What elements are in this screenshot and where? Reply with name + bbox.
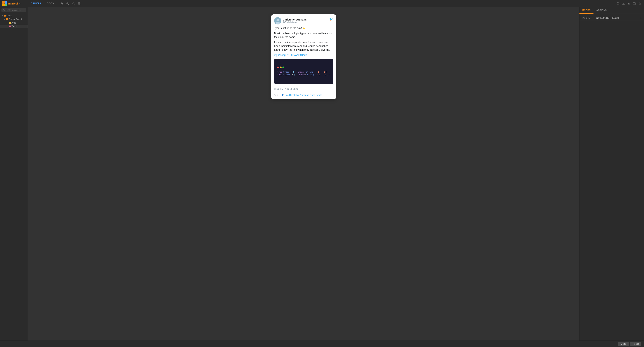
sidebar-item-label: Amp bbox=[12, 22, 26, 24]
logo-area: marfeel ··· bbox=[0, 1, 28, 6]
nav-tab-canvas[interactable]: CANVAS bbox=[28, 0, 44, 7]
nav-tabs: CANVAS DOCS bbox=[28, 0, 57, 7]
nav-tab-docs[interactable]: DOCS bbox=[44, 0, 57, 7]
svg-rect-14 bbox=[79, 2, 80, 4]
sidebar-tree: ▼ index ▼ Embed Tweet Amp Touch bbox=[0, 13, 28, 340]
logo-text: marfeel bbox=[8, 2, 18, 5]
tweet-author-handle: @ChrisArtmann bbox=[283, 21, 307, 24]
info-icon[interactable]: ⓘ bbox=[331, 88, 333, 90]
right-icons bbox=[614, 2, 644, 6]
sidebar-item-index[interactable]: ▼ index bbox=[0, 14, 28, 18]
knob-row-tweet-id: Tweet ID ✏ bbox=[580, 15, 644, 21]
knob-input-tweet-id[interactable] bbox=[596, 17, 640, 19]
sidebar-item-touch[interactable]: Touch bbox=[0, 25, 28, 28]
code-keyword-2: type bbox=[278, 74, 283, 76]
tweet-text-line2: Don't combine multiple types into ones j… bbox=[274, 32, 333, 39]
person-icon: 👤 bbox=[281, 94, 284, 96]
svg-point-19 bbox=[639, 3, 640, 4]
dot-green bbox=[282, 66, 284, 68]
sidebar: ▼ index ▼ Embed Tweet Amp Touch bbox=[0, 7, 28, 340]
code-keyword: type bbox=[278, 71, 283, 73]
arrow-icon: ▼ bbox=[2, 15, 3, 17]
svg-rect-17 bbox=[633, 2, 635, 5]
panel-tab-actions[interactable]: ACTIONS bbox=[594, 7, 610, 14]
sidebar-item-label: Embed Tweet bbox=[9, 18, 26, 20]
download-icon[interactable] bbox=[627, 2, 631, 6]
svg-line-9 bbox=[68, 4, 69, 5]
tweet-user-info: Christoffer Artmann @ChrisArtmann bbox=[283, 18, 307, 24]
sidebar-item-amp[interactable]: Amp bbox=[0, 21, 28, 25]
logo-menu-dots[interactable]: ··· bbox=[19, 2, 21, 5]
zoom-in-icon[interactable] bbox=[60, 2, 64, 6]
other-tweets-link[interactable]: See Christoffer Artmann's other Tweets bbox=[285, 94, 322, 96]
tweet-footer: ♡ 2 👤 See Christoffer Artmann's other Tw… bbox=[274, 92, 333, 96]
arrow-icon: ▼ bbox=[4, 18, 6, 20]
tweet-user-link: 👤 See Christoffer Artmann's other Tweets bbox=[281, 94, 322, 96]
panel-content: Tweet ID ✏ bbox=[580, 14, 644, 340]
dot-red bbox=[277, 66, 279, 68]
svg-rect-3 bbox=[2, 1, 5, 4]
grid-icon[interactable] bbox=[77, 2, 81, 6]
marfeel-logo bbox=[2, 1, 7, 6]
tweet-likes: ♡ 2 bbox=[274, 94, 278, 96]
search-box bbox=[0, 7, 28, 13]
dot-yellow bbox=[280, 66, 282, 68]
right-panel: KNOBS ACTIONS Tweet ID ✏ bbox=[579, 7, 644, 340]
knob-label-tweet-id: Tweet ID bbox=[582, 17, 596, 19]
index-icon bbox=[4, 15, 6, 16]
share-icon[interactable] bbox=[621, 2, 626, 6]
code-line-2: type Fields = { [ index: string ]: 1 | -… bbox=[278, 74, 330, 76]
tweet-hashtags: #typescript #100DaysOfCode bbox=[274, 53, 333, 57]
tweet-card: Christoffer Artmann @ChrisArtmann 🐦 Type… bbox=[271, 14, 336, 99]
svg-point-21 bbox=[276, 19, 279, 22]
edit-icon[interactable]: ✏ bbox=[640, 17, 642, 19]
tweet-text-line1: TypeScript tip of the day! ✍️ bbox=[274, 26, 333, 30]
panel-tab-knobs[interactable]: KNOBS bbox=[580, 7, 594, 14]
sidebar-item-label: index bbox=[6, 14, 26, 17]
window-dots bbox=[277, 66, 284, 68]
twitter-bird-icon: 🐦 bbox=[329, 17, 333, 21]
code-line-1: type Order = { [ index: string ]: 1 | -1… bbox=[278, 71, 330, 73]
topbar: marfeel ··· CANVAS DOCS bbox=[0, 0, 644, 7]
tweet-user: Christoffer Artmann @ChrisArtmann bbox=[274, 17, 307, 24]
bottombar: Copy Reset bbox=[0, 340, 644, 347]
tweet-text-line3: Instead, define separate ones for each u… bbox=[274, 40, 333, 52]
svg-point-11 bbox=[72, 2, 74, 4]
svg-line-12 bbox=[74, 4, 74, 5]
amp-icon bbox=[9, 22, 11, 24]
canvas-area: Christoffer Artmann @ChrisArtmann 🐦 Type… bbox=[28, 7, 579, 340]
avatar bbox=[274, 17, 281, 24]
reset-button[interactable]: Reset bbox=[630, 342, 641, 346]
code-lines: type Order = { [ index: string ]: 1 | -1… bbox=[278, 70, 330, 76]
code-preview: type Order = { [ index: string ]: 1 | -1… bbox=[274, 59, 333, 84]
avatar-image bbox=[274, 17, 281, 24]
toolbar-icons bbox=[57, 2, 614, 6]
svg-rect-1 bbox=[5, 1, 7, 4]
tweet-time-text: 11:33 PM · Aug 14, 2020 bbox=[274, 88, 298, 90]
expand-icon[interactable] bbox=[616, 2, 620, 6]
svg-rect-2 bbox=[5, 4, 7, 6]
tweet-body: TypeScript tip of the day! ✍️ Don't comb… bbox=[274, 26, 333, 57]
tweet-author-name: Christoffer Artmann bbox=[283, 18, 307, 21]
panel-tabs: KNOBS ACTIONS bbox=[580, 7, 644, 14]
settings-icon[interactable] bbox=[638, 2, 642, 6]
svg-line-5 bbox=[62, 4, 63, 5]
touch-icon bbox=[9, 26, 11, 27]
zoom-out-icon[interactable] bbox=[66, 2, 70, 6]
main-layout: ▼ index ▼ Embed Tweet Amp Touch bbox=[0, 7, 644, 340]
heart-icon: ♡ bbox=[274, 94, 276, 96]
copy-button[interactable]: Copy bbox=[618, 342, 629, 346]
sidebar-item-label: Touch bbox=[12, 25, 26, 28]
svg-rect-16 bbox=[79, 4, 80, 5]
svg-rect-0 bbox=[2, 4, 5, 6]
likes-count: 2 bbox=[277, 94, 278, 96]
panel-left-icon[interactable] bbox=[632, 2, 636, 6]
sidebar-item-embed-tweet[interactable]: ▼ Embed Tweet bbox=[0, 18, 28, 21]
tweet-timestamp: 11:33 PM · Aug 14, 2020 ⓘ bbox=[274, 86, 333, 90]
svg-rect-13 bbox=[78, 2, 79, 4]
tweet-code-image: type Order = { [ index: string ]: 1 | -1… bbox=[274, 59, 333, 84]
search-input[interactable] bbox=[2, 8, 26, 12]
zoom-reset-icon[interactable] bbox=[71, 2, 76, 6]
tweet-header: Christoffer Artmann @ChrisArtmann 🐦 bbox=[274, 17, 333, 24]
embed-tweet-icon bbox=[6, 18, 8, 20]
